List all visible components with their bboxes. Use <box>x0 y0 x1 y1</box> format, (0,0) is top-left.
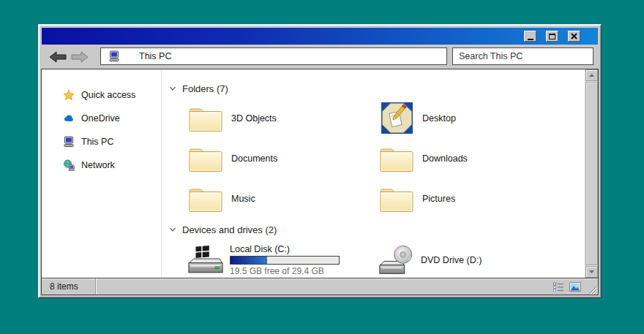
drive-info: Local Disk (C:) 19.5 GB free of 29.4 GB <box>230 244 340 276</box>
folder-icon <box>187 143 225 175</box>
items-count: 8 items <box>42 278 95 295</box>
sidebar-item-onedrive[interactable]: OneDrive <box>42 107 161 130</box>
disk-usage-fill <box>231 257 267 264</box>
drive-item-dvd[interactable]: DVD Drive (D:) <box>378 242 585 278</box>
close-button[interactable] <box>568 31 580 42</box>
sidebar-item-quick-access[interactable]: Quick access <box>42 83 161 107</box>
toolbar: This PC Search This PC <box>41 45 599 69</box>
drives-grid: Local Disk (C:) 19.5 GB free of 29.4 GB … <box>187 242 585 278</box>
drive-free-space: 19.5 GB free of 29.4 GB <box>230 266 340 276</box>
sidebar-item-label: Network <box>81 160 115 170</box>
scrollbar-thumb[interactable] <box>585 82 598 265</box>
window-controls <box>524 31 580 42</box>
sidebar-item-label: Quick access <box>81 90 135 100</box>
back-button[interactable] <box>49 51 67 63</box>
folder-label: Documents <box>231 153 277 164</box>
folder-item-downloads[interactable]: Downloads <box>378 143 585 174</box>
back-arrow-icon <box>49 51 67 63</box>
sidebar-item-network[interactable]: Network <box>42 153 161 177</box>
folder-item-desktop[interactable]: Desktop <box>378 102 585 134</box>
star-icon <box>63 89 75 101</box>
drive-item-local-disk[interactable]: Local Disk (C:) 19.5 GB free of 29.4 GB <box>187 242 378 278</box>
minimize-button[interactable] <box>524 31 536 42</box>
folder-label: 3D Objects <box>231 113 277 124</box>
status-separator <box>95 278 97 295</box>
computer-icon <box>108 50 120 62</box>
drive-label: DVD Drive (D:) <box>421 255 482 265</box>
thumbnails-view-icon <box>569 282 581 292</box>
section-title: Devices and drives (2) <box>182 224 277 235</box>
chevron-down-icon <box>168 84 177 93</box>
vertical-scrollbar[interactable] <box>585 69 598 278</box>
drive-label: Local Disk (C:) <box>230 244 340 254</box>
search-input[interactable]: Search This PC <box>452 48 594 65</box>
folder-item-pictures[interactable]: Pictures <box>378 183 585 214</box>
hard-drive-icon <box>187 244 225 276</box>
address-text: This PC <box>139 51 171 61</box>
maximize-button[interactable] <box>546 31 558 42</box>
folder-icon <box>187 183 225 215</box>
scroll-up-icon <box>589 74 594 77</box>
folder-icon <box>378 143 416 175</box>
folder-item-documents[interactable]: Documents <box>187 143 378 174</box>
dvd-drive-icon <box>378 244 416 276</box>
folder-label: Downloads <box>422 153 468 164</box>
resize-grip-icon <box>588 285 597 295</box>
chevron-down-icon <box>168 225 177 234</box>
folder-icon <box>187 102 225 134</box>
disk-usage-bar <box>230 256 340 265</box>
status-bar: 8 items <box>42 278 598 295</box>
folder-item-3d-objects[interactable]: 3D Objects <box>187 102 378 134</box>
close-icon <box>571 33 577 39</box>
details-view-icon <box>553 282 564 292</box>
minimize-icon <box>528 39 533 40</box>
view-switcher <box>553 278 581 295</box>
scroll-down-button[interactable] <box>585 266 598 278</box>
folder-label: Pictures <box>422 194 455 204</box>
details-view-button[interactable] <box>553 281 564 292</box>
scroll-up-button[interactable] <box>585 69 598 81</box>
network-icon <box>63 159 75 171</box>
desktop-icon <box>378 102 416 134</box>
explorer-window: This PC Search This PC Quick access OneD… <box>38 24 602 298</box>
address-bar[interactable]: This PC <box>100 48 447 65</box>
maximize-icon <box>549 34 555 39</box>
folder-label: Desktop <box>422 113 456 124</box>
computer-icon <box>63 136 75 148</box>
cloud-icon <box>63 113 75 124</box>
client-frame: Quick access OneDrive This PC Network <box>41 69 599 295</box>
navigation-pane: Quick access OneDrive This PC Network <box>42 69 162 278</box>
forward-arrow-icon <box>71 51 89 63</box>
folder-item-music[interactable]: Music <box>187 183 378 214</box>
sidebar-item-label: This PC <box>81 137 113 147</box>
scroll-down-icon <box>589 270 594 273</box>
folder-label: Music <box>231 194 255 204</box>
folder-icon <box>378 183 416 215</box>
section-title: Folders (7) <box>182 83 228 94</box>
folders-grid: 3D Objects Desktop Documents Downlo <box>187 102 585 214</box>
thumbnails-view-button[interactable] <box>569 281 581 292</box>
sidebar-item-this-pc[interactable]: This PC <box>42 130 161 153</box>
desktop-background: This PC Search This PC Quick access OneD… <box>0 0 644 334</box>
file-list: Folders (7) 3D Objects Desktop <box>162 69 585 278</box>
sidebar-item-label: OneDrive <box>81 113 120 124</box>
section-devices[interactable]: Devices and drives (2) <box>168 223 585 236</box>
titlebar[interactable] <box>42 28 598 45</box>
forward-button[interactable] <box>71 51 89 63</box>
resize-grip[interactable] <box>588 284 597 294</box>
client-area: Quick access OneDrive This PC Network <box>42 69 598 278</box>
section-folders[interactable]: Folders (7) <box>168 82 585 95</box>
search-placeholder: Search This PC <box>459 51 523 61</box>
